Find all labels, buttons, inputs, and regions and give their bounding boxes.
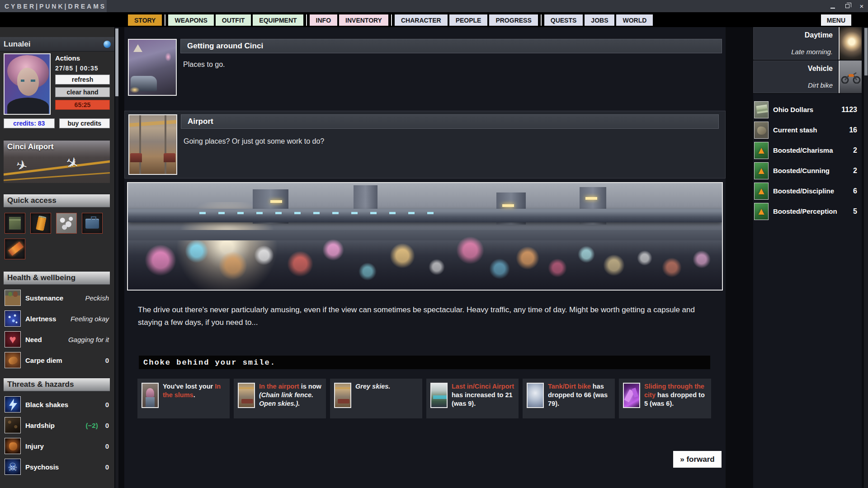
result-card: You've lost your In the slums.	[137, 379, 230, 418]
tab-story[interactable]: STORY	[128, 14, 162, 26]
threats-header: Threats & hazards	[4, 378, 110, 391]
main-nav-bar: STORY WEAPONS OUTFIT EQUIPMENT INFO INVE…	[0, 12, 868, 27]
result-card: Sliding through the city has dropped to …	[619, 379, 711, 418]
restore-icon[interactable]	[844, 3, 851, 10]
quick-item-ration-crate[interactable]	[5, 213, 25, 234]
tab-world[interactable]: WORLD	[616, 14, 653, 26]
tab-character[interactable]: CHARACTER	[395, 14, 448, 26]
close-icon[interactable]: ×	[858, 3, 865, 10]
daytime-value: Late morning.	[791, 48, 833, 56]
threat-rows: Black shakes 0 Hardship (−2) 0 Injury 0 …	[4, 391, 110, 477]
threat-row-psychosis: ☠ Psychosis 0	[4, 456, 110, 477]
result-thumb-airport	[238, 383, 255, 408]
app-logo: CYBER|PUNK|DREAMS	[5, 3, 106, 10]
tab-progress[interactable]: PROGRESS	[489, 14, 538, 26]
need-heart-icon: ♥	[5, 331, 21, 347]
refresh-timer: 65:25	[55, 100, 110, 110]
story-title-bar: Getting around Cinci	[180, 39, 722, 53]
actions-label: Actions	[55, 54, 110, 62]
tab-outfit[interactable]: OUTFIT	[216, 14, 251, 26]
tab-people[interactable]: PEOPLE	[449, 14, 488, 26]
character-sidebar: Lunalei Actions 27/85 | 00:35 refresh cl…	[0, 27, 114, 488]
story-title: Getting around Cinci	[187, 42, 263, 51]
daytime-card: Daytime Late morning.	[753, 27, 862, 61]
result-thumb-frost	[527, 383, 544, 408]
actions-value: 27/85 | 00:35	[55, 65, 110, 72]
tab-separator	[541, 14, 542, 26]
window-titlebar: CYBER|PUNK|DREAMS ×	[0, 0, 868, 12]
hardship-delta: (−2)	[86, 422, 98, 429]
right-scrollbar-thumb[interactable]	[864, 28, 868, 75]
character-portrait	[4, 53, 51, 115]
story-main-panel: Getting around Cinci Places to go. Airpo…	[124, 27, 726, 488]
sustenance-icon	[5, 290, 21, 306]
health-header: Health & wellbeing	[4, 271, 110, 285]
result-thumb-airport	[334, 383, 351, 408]
tab-info[interactable]: INFO	[310, 14, 337, 26]
boost-card-icon: ▲	[754, 162, 769, 179]
resource-row-ohio-dollars: Ohio Dollars 1123	[753, 99, 862, 120]
health-row-sustenance: Sustenance Peckish	[4, 287, 110, 308]
tab-separator	[306, 14, 307, 26]
result-card: Grey skies.	[330, 379, 422, 418]
alertness-icon	[5, 310, 21, 327]
app-logo-box: CYBER|PUNK|DREAMS	[0, 0, 107, 12]
story-subtitle: Places to go.	[183, 61, 225, 69]
fist-icon	[5, 438, 21, 454]
resource-row-current-stash: Current stash 16	[753, 120, 862, 140]
resource-rows: Ohio Dollars 1123 Current stash 16 ▲ Boo…	[753, 99, 862, 221]
daytime-sky-image	[839, 27, 862, 60]
tab-separator	[165, 14, 165, 26]
right-scrollbar	[864, 27, 868, 488]
plane-icon: ✈	[62, 152, 83, 174]
scene-title: Airport	[188, 117, 213, 126]
vehicle-card: Vehicle Dirt bike	[753, 61, 862, 94]
forward-button[interactable]: » forward	[673, 451, 722, 468]
credits-button[interactable]: credits: 83	[4, 118, 55, 128]
result-banner: Choke behind your smile.	[139, 356, 710, 369]
tab-equipment[interactable]: EQUIPMENT	[253, 14, 303, 26]
tab-inventory[interactable]: INVENTORY	[339, 14, 388, 26]
resource-row-boosted-cunning: ▲ Boosted/Cunning 2	[753, 160, 862, 181]
clear-hand-button[interactable]: clear hand	[55, 87, 110, 97]
scene-subtitle: Going places? Or just got some work to d…	[184, 137, 324, 145]
boost-card-icon: ▲	[754, 183, 769, 200]
hardship-icon	[5, 417, 21, 433]
story-paragraph: The drive out there's never particularly…	[138, 304, 712, 329]
quick-item-blue-case[interactable]	[82, 213, 103, 234]
character-name-header: Lunalei	[0, 37, 114, 52]
skull-icon: ☠	[5, 459, 21, 475]
refresh-button[interactable]: refresh	[55, 75, 110, 84]
result-card: Last in/Cinci Airport has increased to 2…	[426, 379, 519, 418]
character-name: Lunalei	[4, 40, 31, 49]
boost-card-icon: ▲	[754, 203, 769, 220]
nav-tabs: STORY WEAPONS OUTFIT EQUIPMENT INFO INVE…	[128, 14, 653, 26]
threat-row-black-shakes: Black shakes 0	[4, 394, 110, 415]
quick-access-grid	[4, 207, 112, 265]
boost-card-icon: ▲	[754, 142, 769, 159]
tab-weapons[interactable]: WEAPONS	[168, 14, 213, 26]
vehicle-label: Vehicle	[808, 65, 833, 73]
left-scrollbar-thumb[interactable]	[115, 28, 118, 96]
menu-button[interactable]: MENU	[821, 14, 851, 26]
status-sidebar: Daytime Late morning. Vehicle Dirt bike …	[753, 27, 862, 488]
tab-separator	[391, 14, 392, 26]
window-controls: ×	[829, 0, 865, 12]
quick-item-crystals[interactable]	[56, 213, 77, 234]
daytime-label: Daytime	[805, 31, 833, 39]
health-row-alertness: Alertness Feeling okay	[4, 308, 110, 329]
vehicle-value: Dirt bike	[808, 81, 833, 89]
result-thumb-terminal	[430, 383, 448, 408]
result-card: In the airport is now (Chain link fence.…	[234, 379, 326, 418]
minimize-icon[interactable]	[829, 3, 836, 10]
tab-quests[interactable]: QUESTS	[544, 14, 583, 26]
quick-item-energy-drink[interactable]	[30, 213, 51, 234]
blue-orb-icon[interactable]	[104, 41, 111, 48]
story-thumbnail	[128, 39, 177, 96]
quick-item-candy-bar[interactable]	[5, 239, 25, 259]
result-thumb-slums	[142, 383, 159, 408]
current-location-panel[interactable]: ✈ ✈ ✈ Cinci Airport	[4, 140, 110, 183]
tab-jobs[interactable]: JOBS	[585, 14, 614, 26]
resource-row-boosted-perception: ▲ Boosted/Perception 5	[753, 201, 862, 221]
buy-credits-button[interactable]: buy credits	[59, 118, 110, 128]
